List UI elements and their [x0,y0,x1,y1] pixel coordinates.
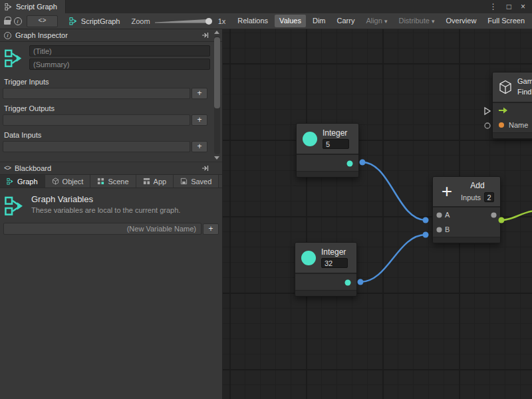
node-body [295,273,356,290]
inspector-scrollbar[interactable] [212,31,221,160]
node-header: Integer 32 [295,243,356,273]
wire-endpoint [423,232,429,238]
wire-endpoint [358,279,364,285]
node-title: Integer [321,247,348,257]
scrollbar-thumb[interactable] [214,37,220,108]
port-row-b: B [433,222,500,237]
info-icon[interactable]: i [13,15,22,28]
add-data-input-button[interactable]: + [192,141,207,152]
blackboard-header: <> Blackboard [0,162,222,175]
tab-object[interactable]: Object [45,175,91,188]
port-label: B [445,225,450,233]
flow-arrow-icon[interactable] [498,107,508,114]
input-port-b[interactable] [436,227,442,233]
graph-inspector-header: i Graph Inspector [0,29,222,42]
port-row-a: A [433,207,500,222]
left-panel: i Graph Inspector Trigger Inputs + Tr [0,29,223,399]
blackboard-icon: <> [4,165,11,172]
node-footer [295,290,356,296]
relations-button[interactable]: Relations [233,15,273,27]
add-trigger-input-button[interactable]: + [192,88,207,99]
wire-endpoint [360,160,366,166]
window-titlebar: Script Graph ⋮ □ × [0,0,532,13]
fullscreen-button[interactable]: Full Screen [483,15,529,27]
output-port[interactable] [344,279,351,286]
zoom-slider-handle[interactable] [205,18,212,25]
add-trigger-output-button[interactable]: + [192,114,207,126]
tab-graph[interactable]: Graph [0,175,45,188]
dim-button[interactable]: Dim [308,15,331,27]
dock-icon[interactable] [201,32,209,39]
tab-title: Script Graph [16,3,57,11]
lock-icon[interactable] [3,15,11,28]
graph-inspector-body: Trigger Inputs + Trigger Outputs + Data … [0,42,211,162]
integer-value-field[interactable]: 5 [323,139,349,149]
edit-source-button[interactable]: <> [27,15,58,27]
name-input-port[interactable] [498,122,505,128]
scroll-down-icon[interactable] [214,156,219,160]
wire-integer32-to-add-b[interactable] [360,235,426,282]
graph-title-input[interactable] [29,45,210,57]
inputs-label: Inputs [461,194,481,201]
cube-icon [52,178,59,185]
zoom-label: Zoom [132,17,150,25]
saved-icon [180,178,188,185]
tab-label: Scene [108,178,128,186]
trigger-outputs-list [3,114,190,126]
scroll-up-icon[interactable] [214,31,219,34]
dock-icon[interactable] [201,165,209,172]
flow-input-port[interactable] [485,108,490,114]
graph-canvas[interactable]: Integer 5 Integer 32 [223,29,532,399]
add-node[interactable]: + Add Inputs 2 A B [432,176,501,243]
node-body: A B [433,206,500,237]
port-label: A [445,211,450,219]
wire-add-output[interactable] [501,211,532,220]
node-title: Integer [323,128,349,138]
graph-summary-input[interactable] [29,59,210,70]
node-footer [493,132,532,138]
integer-icon [302,131,318,147]
node-body [297,154,358,171]
maximize-icon[interactable]: □ [507,2,511,11]
carry-button[interactable]: Carry [332,15,360,27]
new-variable-input[interactable] [3,223,201,235]
graph-breadcrumb[interactable]: ScriptGraph [63,17,126,25]
input-port-a[interactable] [436,212,442,218]
node-header: Integer 5 [297,124,358,154]
add-variable-button[interactable]: + [203,223,219,235]
node-body: Name [493,102,532,132]
zoom-value: 1x [218,17,226,25]
integer-node-32[interactable]: Integer 32 [295,242,357,297]
distribute-dropdown[interactable]: Distribute ▾ [394,15,439,27]
tab-scene[interactable]: Scene [90,175,136,188]
add-icon: + [438,182,456,201]
values-button[interactable]: Values [275,15,306,27]
tab-app[interactable]: App [136,175,174,188]
align-dropdown[interactable]: Align ▾ [361,15,392,27]
output-port[interactable] [491,212,497,218]
overview-button[interactable]: Overview [442,15,481,27]
wire-integer5-to-add-a[interactable] [362,162,426,220]
output-port[interactable] [346,160,353,167]
unconnected-input-port[interactable] [485,123,490,128]
inputs-count-field[interactable]: 2 [484,192,494,202]
zoom-slider[interactable] [154,17,215,26]
blackboard-tabs: Graph Object Scene App Saved [0,175,222,188]
graph-variables-icon [4,194,25,217]
tab-script-graph[interactable]: Script Graph [0,0,66,13]
integer-node-5[interactable]: Integer 5 [296,123,359,178]
tab-saved[interactable]: Saved [174,175,219,188]
graph-icon [4,47,24,68]
integer-value-field[interactable]: 32 [321,258,348,268]
node-footer [297,171,358,177]
close-icon[interactable]: × [521,2,525,11]
trigger-inputs-list [3,88,190,99]
section-label-trigger-inputs: Trigger Inputs [0,72,211,88]
chevron-down-icon: ▾ [384,18,388,25]
graph-name-label: ScriptGraph [81,17,120,25]
window-menu-icon[interactable]: ⋮ [489,2,497,11]
gameobject-find-node[interactable]: GameObject Find Name [492,72,532,139]
scrollbar-track[interactable] [214,36,220,154]
pane-title: Graph Inspector [15,31,68,39]
unity-script-graph-window: Script Graph ⋮ □ × i <> ScriptGraph Zoom… [0,0,532,399]
